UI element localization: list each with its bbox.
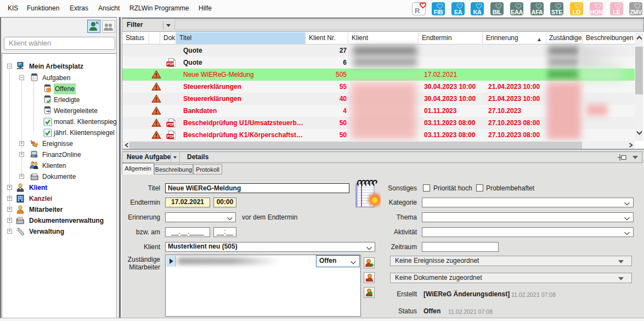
svg-text:K: K	[96, 21, 99, 25]
svg-text:PDF: PDF	[167, 134, 174, 138]
svg-text:PDF: PDF	[167, 62, 174, 66]
svg-text:PDF: PDF	[167, 122, 174, 126]
